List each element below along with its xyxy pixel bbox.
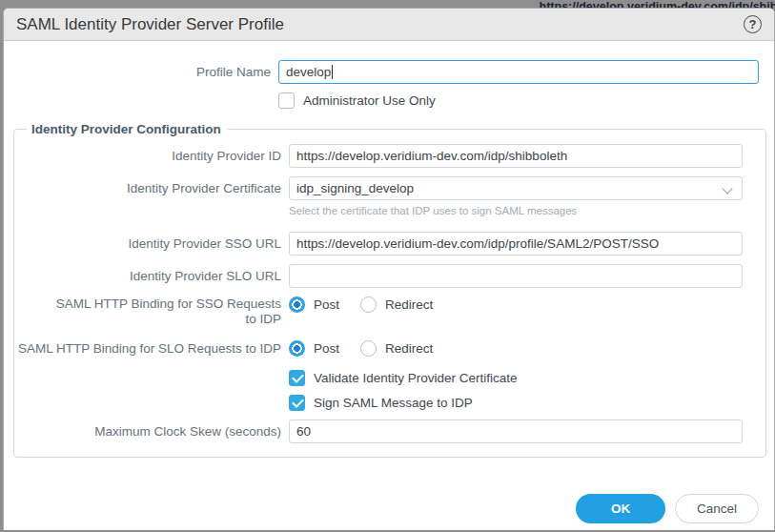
- sso-url-label: Identity Provider SSO URL: [14, 236, 289, 252]
- ok-button[interactable]: OK: [576, 494, 665, 523]
- slo-binding-row: SAML HTTP Binding for SLO Requests to ID…: [14, 340, 743, 357]
- sign-saml-row: Sign SAML Message to IDP: [14, 395, 743, 411]
- sso-binding-row: SAML HTTP Binding for SSO Requests to ID…: [14, 297, 743, 327]
- sso-url-row: Identity Provider SSO URL: [14, 232, 743, 256]
- admin-use-only-label[interactable]: Administrator Use Only: [303, 93, 436, 108]
- help-icon[interactable]: ?: [744, 15, 762, 33]
- clock-skew-row: Maximum Clock Skew (seconds): [14, 419, 743, 443]
- slo-binding-label: SAML HTTP Binding for SLO Requests to ID…: [14, 341, 289, 357]
- idp-certificate-select[interactable]: idp_signing_develop: [289, 176, 743, 200]
- validate-cert-row: Validate Identity Provider Certificate: [14, 370, 743, 386]
- button-row: OK Cancel: [4, 494, 759, 523]
- idp-config-legend: Identity Provider Configuration: [27, 122, 228, 136]
- text-caret: [332, 65, 333, 79]
- slo-binding-post-label[interactable]: Post: [314, 341, 339, 356]
- sso-binding-post-label[interactable]: Post: [314, 297, 339, 312]
- idp-config-fieldset: Identity Provider Configuration Identity…: [13, 122, 766, 458]
- chevron-down-icon: [722, 183, 732, 194]
- dialog-titlebar: SAML Identity Provider Server Profile ?: [4, 9, 774, 41]
- profile-name-label: Profile Name: [4, 65, 278, 80]
- validate-cert-label[interactable]: Validate Identity Provider Certificate: [314, 371, 518, 385]
- admin-only-row: Administrator Use Only: [4, 92, 759, 109]
- admin-use-only-checkbox[interactable]: [278, 92, 295, 109]
- slo-binding-redirect-label[interactable]: Redirect: [385, 341, 433, 356]
- slo-binding-radio-redirect[interactable]: [360, 340, 377, 357]
- sso-binding-radio-redirect[interactable]: [360, 297, 377, 313]
- cancel-button[interactable]: Cancel: [675, 494, 759, 523]
- saml-idp-profile-dialog: SAML Identity Provider Server Profile ? …: [3, 8, 775, 530]
- slo-url-row: Identity Provider SLO URL: [14, 264, 743, 288]
- certificate-help-row: Select the certificate that IDP uses to …: [14, 202, 743, 216]
- slo-binding-radio-post[interactable]: [289, 340, 305, 357]
- clock-skew-input[interactable]: [289, 419, 743, 443]
- sign-saml-checkbox[interactable]: [289, 395, 305, 411]
- idp-id-row: Identity Provider ID: [14, 144, 743, 168]
- sso-binding-redirect-label[interactable]: Redirect: [385, 297, 433, 312]
- clock-skew-label: Maximum Clock Skew (seconds): [14, 424, 289, 440]
- sso-binding-radio-post[interactable]: [289, 297, 305, 313]
- sign-saml-label[interactable]: Sign SAML Message to IDP: [314, 396, 473, 410]
- profile-name-row: Profile Name: [4, 60, 759, 84]
- slo-url-label: Identity Provider SLO URL: [14, 269, 289, 284]
- dialog-title: SAML Identity Provider Server Profile: [16, 15, 284, 34]
- sso-binding-label: SAML HTTP Binding for SSO Requests to ID…: [14, 297, 289, 327]
- dialog-body: Profile Name Administrator Use Only Iden…: [4, 41, 774, 523]
- idp-certificate-row: Identity Provider Certificate idp_signin…: [14, 176, 743, 200]
- idp-certificate-label: Identity Provider Certificate: [14, 181, 289, 196]
- profile-name-input[interactable]: [278, 60, 759, 84]
- idp-certificate-value: idp_signing_develop: [296, 181, 414, 195]
- slo-url-input[interactable]: [289, 264, 743, 288]
- certificate-help-text: Select the certificate that IDP uses to …: [289, 202, 743, 216]
- screen: https://develop.veridium-dev.com/idp/shi…: [0, 0, 775, 532]
- idp-id-label: Identity Provider ID: [14, 149, 289, 164]
- sso-url-input[interactable]: [289, 232, 743, 256]
- validate-cert-checkbox[interactable]: [289, 370, 305, 386]
- idp-id-input[interactable]: [289, 144, 743, 168]
